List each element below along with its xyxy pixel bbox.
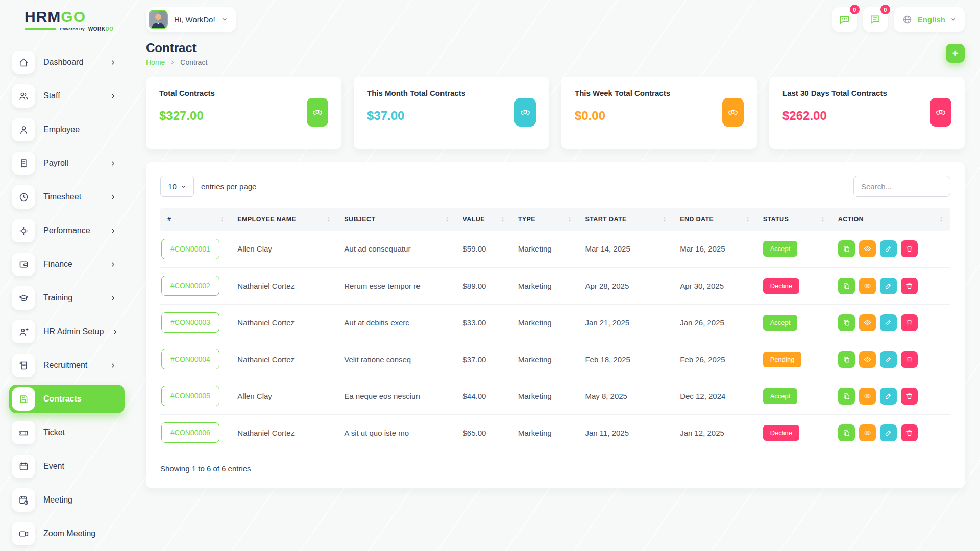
sidebar-item-contracts[interactable]: Contracts bbox=[9, 385, 125, 413]
copy-icon bbox=[843, 282, 850, 290]
powered-by-label: Powered By bbox=[60, 27, 85, 31]
language-label: English bbox=[918, 15, 945, 24]
contract-id-cell: #CON00003 bbox=[160, 304, 231, 341]
status-badge[interactable]: Decline bbox=[763, 278, 799, 294]
sidebar-item-label: Staff bbox=[43, 91, 60, 101]
contract-id-cell: #CON00005 bbox=[160, 378, 231, 414]
breadcrumb-home-link[interactable]: Home bbox=[146, 58, 165, 66]
sidebar-item-staff[interactable]: Staff bbox=[9, 82, 125, 110]
delete-button[interactable] bbox=[901, 388, 918, 405]
user-icon bbox=[18, 124, 29, 135]
status-badge[interactable]: Accept bbox=[763, 241, 798, 257]
edit-button[interactable] bbox=[880, 388, 897, 405]
sidebar-item-recruitment[interactable]: Recruitment bbox=[9, 351, 125, 380]
column-header-[interactable]: # bbox=[160, 208, 231, 231]
duplicate-button[interactable] bbox=[838, 314, 855, 331]
sidebar-item-timesheet[interactable]: Timesheet bbox=[9, 183, 125, 211]
status-badge[interactable]: Accept bbox=[763, 388, 798, 404]
duplicate-button[interactable] bbox=[838, 351, 855, 368]
column-header-action[interactable]: ACTION bbox=[832, 208, 950, 231]
contract-id-badge[interactable]: #CON00004 bbox=[161, 349, 219, 369]
contract-id-badge[interactable]: #CON00001 bbox=[161, 239, 219, 259]
edit-button[interactable] bbox=[880, 278, 897, 294]
stat-icon-box bbox=[307, 98, 328, 127]
language-selector[interactable]: English bbox=[894, 7, 965, 32]
edit-icon bbox=[885, 319, 892, 327]
stat-icon-box bbox=[930, 98, 951, 127]
sidebar-item-hr-admin-setup[interactable]: HR Admin Setup bbox=[9, 317, 125, 346]
stat-label: This Week Total Contracts bbox=[575, 89, 744, 97]
column-header-type[interactable]: TYPE bbox=[512, 208, 579, 231]
edit-button[interactable] bbox=[880, 351, 897, 368]
column-header-subject[interactable]: SUBJECT bbox=[338, 208, 456, 231]
status-badge[interactable]: Accept bbox=[763, 315, 798, 331]
ticket-icon bbox=[18, 428, 29, 438]
delete-button[interactable] bbox=[901, 424, 918, 441]
notifications-button[interactable]: 0 bbox=[863, 7, 888, 32]
edit-button[interactable] bbox=[880, 424, 897, 441]
sidebar-item-employee[interactable]: Employee bbox=[9, 115, 125, 144]
start-date-cell: Apr 28, 2025 bbox=[579, 267, 674, 304]
view-button[interactable] bbox=[859, 351, 876, 368]
duplicate-button[interactable] bbox=[838, 240, 855, 257]
sidebar-item-dashboard[interactable]: Dashboard bbox=[9, 48, 125, 77]
view-button[interactable] bbox=[859, 388, 876, 405]
duplicate-button[interactable] bbox=[838, 424, 855, 441]
edit-button[interactable] bbox=[880, 314, 897, 331]
brand-logo[interactable]: HRMGO Powered By WORKDO bbox=[9, 8, 125, 38]
column-header-start-date[interactable]: START DATE bbox=[579, 208, 674, 231]
sidebar-item-finance[interactable]: Finance bbox=[9, 250, 125, 279]
column-header-inner: STATUS bbox=[763, 216, 826, 223]
duplicate-button[interactable] bbox=[838, 278, 855, 294]
view-button[interactable] bbox=[859, 278, 876, 294]
column-header-employee-name[interactable]: EMPLOYEE NAME bbox=[231, 208, 338, 231]
table-row: #CON00002Nathaniel CortezRerum esse temp… bbox=[160, 267, 950, 304]
row-actions bbox=[838, 424, 944, 441]
sidebar-item-zoom-meeting[interactable]: Zoom Meeting bbox=[9, 519, 125, 548]
sidebar-item-event[interactable]: Event bbox=[9, 452, 125, 481]
target-icon bbox=[18, 226, 29, 236]
view-button[interactable] bbox=[859, 314, 876, 331]
status-badge[interactable]: Pending bbox=[763, 352, 802, 367]
edit-button[interactable] bbox=[880, 240, 897, 257]
duplicate-button[interactable] bbox=[838, 388, 855, 405]
delete-button[interactable] bbox=[901, 351, 918, 368]
column-header-value[interactable]: VALUE bbox=[456, 208, 511, 231]
user-plus-icon bbox=[18, 327, 29, 337]
copy-icon bbox=[843, 319, 850, 327]
delete-button[interactable] bbox=[901, 314, 918, 331]
floppy-icon bbox=[18, 394, 29, 405]
contract-id-badge[interactable]: #CON00006 bbox=[161, 422, 219, 443]
eye-icon bbox=[864, 392, 871, 400]
contract-id-badge[interactable]: #CON00003 bbox=[161, 312, 219, 333]
delete-button[interactable] bbox=[901, 240, 918, 257]
contract-id-badge[interactable]: #CON00002 bbox=[161, 276, 219, 296]
contract-id-cell: #CON00001 bbox=[160, 231, 231, 267]
row-actions bbox=[838, 240, 944, 257]
contract-id-badge[interactable]: #CON00005 bbox=[161, 386, 219, 406]
column-header-end-date[interactable]: END DATE bbox=[674, 208, 757, 231]
view-button[interactable] bbox=[859, 424, 876, 441]
sidebar-icon-box bbox=[12, 118, 35, 141]
sidebar-item-meeting[interactable]: Meeting bbox=[9, 486, 125, 514]
calendar-clock-icon bbox=[18, 495, 29, 506]
clock-icon bbox=[18, 192, 29, 203]
column-header-status[interactable]: STATUS bbox=[757, 208, 832, 231]
sidebar-item-payroll[interactable]: Payroll bbox=[9, 149, 125, 178]
delete-button[interactable] bbox=[901, 278, 918, 294]
column-header-inner: # bbox=[167, 216, 225, 223]
messages-button[interactable]: 0 bbox=[832, 7, 857, 32]
view-button[interactable] bbox=[859, 240, 876, 257]
action-cell bbox=[832, 231, 950, 267]
sidebar-item-ticket[interactable]: Ticket bbox=[9, 418, 125, 447]
search-input[interactable] bbox=[853, 176, 950, 197]
sidebar-icon-box bbox=[12, 488, 35, 512]
add-contract-button[interactable]: + bbox=[946, 44, 965, 63]
table-footer-summary: Showing 1 to 6 of 6 entries bbox=[160, 464, 950, 473]
sidebar-item-performance[interactable]: Performance bbox=[9, 216, 125, 245]
sidebar-item-label: Recruitment bbox=[43, 361, 87, 370]
status-badge[interactable]: Decline bbox=[763, 425, 799, 441]
sidebar-item-training[interactable]: Training bbox=[9, 284, 125, 312]
user-menu[interactable]: Hi, WorkDo! bbox=[146, 7, 236, 32]
page-size-select[interactable]: 10 bbox=[160, 176, 194, 197]
